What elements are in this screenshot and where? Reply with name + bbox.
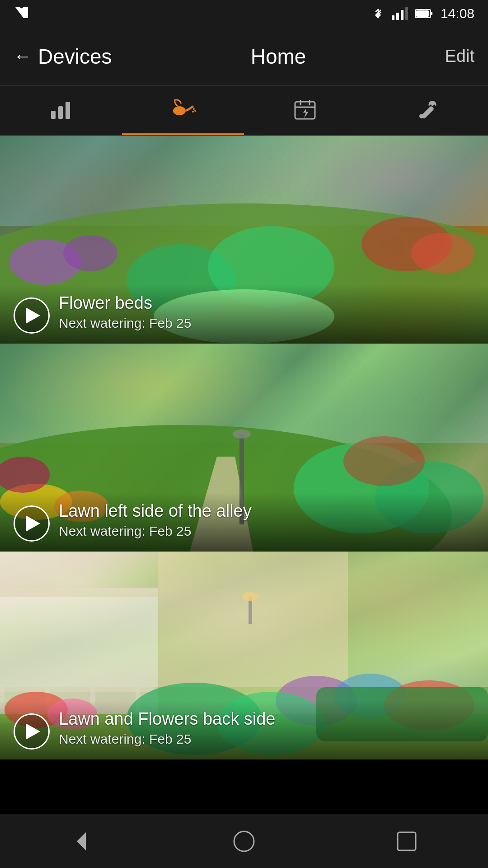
status-bar-right: 14:08	[372, 6, 474, 21]
svg-rect-6	[431, 12, 432, 15]
svg-rect-8	[58, 106, 63, 119]
nav-back-icon	[68, 828, 95, 855]
card-overlay-lawn-left: Lawn left side of the alley Next waterin…	[0, 492, 488, 552]
card-title-lawn-left: Lawn left side of the alley	[59, 501, 474, 521]
battery-icon	[415, 8, 433, 19]
svg-point-38	[343, 436, 425, 486]
tab-watering[interactable]	[122, 86, 244, 135]
card-overlay-flower-beds: Flower beds Next watering: Feb 25	[0, 284, 488, 344]
wrench-icon	[414, 97, 440, 123]
card-lawn-left: Lawn left side of the alley Next waterin…	[0, 344, 488, 552]
status-time: 14:08	[441, 6, 474, 21]
svg-rect-0	[392, 15, 394, 20]
svg-rect-3	[405, 7, 408, 20]
svg-rect-2	[401, 10, 404, 20]
bar-chart-icon	[48, 97, 74, 123]
svg-point-35	[233, 429, 251, 439]
svg-marker-59	[77, 832, 86, 850]
card-overlay-lawn-back: Lawn and Flowers back side Next watering…	[0, 700, 488, 760]
play-triangle-icon-2	[26, 515, 40, 532]
status-bar-left	[14, 5, 30, 22]
svg-point-49	[242, 592, 258, 601]
nav-home-button[interactable]	[221, 819, 267, 864]
status-bar: 14:08	[0, 0, 488, 27]
devices-label[interactable]: Devices	[38, 44, 112, 69]
svg-point-60	[234, 831, 254, 851]
header: ← Devices Home Edit	[0, 27, 488, 86]
svg-point-12	[194, 110, 196, 112]
nav-home-icon	[230, 828, 258, 855]
back-button[interactable]: ← Devices	[14, 44, 112, 69]
svg-point-25	[411, 233, 474, 274]
nav-recent-button[interactable]	[384, 819, 429, 864]
edit-button[interactable]: Edit	[445, 47, 474, 66]
tab-calendar[interactable]	[244, 86, 366, 135]
svg-rect-42	[0, 588, 158, 597]
svg-rect-1	[396, 13, 399, 20]
back-arrow-icon: ←	[14, 46, 32, 66]
page-title: Home	[251, 44, 306, 69]
card-subtitle-flower-beds: Next watering: Feb 25	[59, 316, 474, 331]
signal-icon	[392, 7, 408, 20]
svg-point-19	[419, 114, 424, 118]
nav-back-button[interactable]	[59, 819, 104, 864]
play-button-lawn-back[interactable]	[14, 713, 50, 750]
card-lawn-back: Lawn and Flowers back side Next watering…	[0, 552, 488, 760]
tab-stats[interactable]	[0, 86, 122, 135]
svg-rect-61	[398, 832, 416, 850]
svg-rect-7	[51, 111, 56, 119]
svg-rect-9	[66, 102, 70, 119]
svg-point-23	[63, 235, 117, 271]
play-button-lawn-left[interactable]	[14, 505, 50, 542]
svg-point-11	[193, 108, 195, 110]
svg-rect-43	[0, 687, 154, 692]
svg-point-13	[192, 111, 194, 113]
bottom-nav	[0, 814, 488, 868]
tab-settings[interactable]	[366, 86, 488, 135]
card-title-flower-beds: Flower beds	[59, 293, 474, 313]
nav-recent-icon	[393, 828, 420, 855]
watering-can-icon	[170, 97, 196, 123]
card-subtitle-lawn-back: Next watering: Feb 25	[59, 731, 474, 747]
svg-point-10	[173, 106, 186, 115]
bluetooth-icon	[372, 7, 385, 20]
card-subtitle-lawn-left: Next watering: Feb 25	[59, 524, 474, 539]
play-triangle-icon-3	[26, 723, 40, 740]
play-triangle-icon	[26, 307, 40, 324]
cards-container: Flower beds Next watering: Feb 25	[0, 136, 488, 760]
play-button-flower-beds[interactable]	[14, 297, 50, 334]
card-flower-beds: Flower beds Next watering: Feb 25	[0, 136, 488, 344]
calendar-icon	[292, 97, 318, 123]
nexus-logo-icon	[14, 5, 30, 22]
card-title-lawn-back: Lawn and Flowers back side	[59, 709, 474, 729]
svg-rect-5	[416, 10, 429, 17]
tab-bar	[0, 86, 488, 136]
